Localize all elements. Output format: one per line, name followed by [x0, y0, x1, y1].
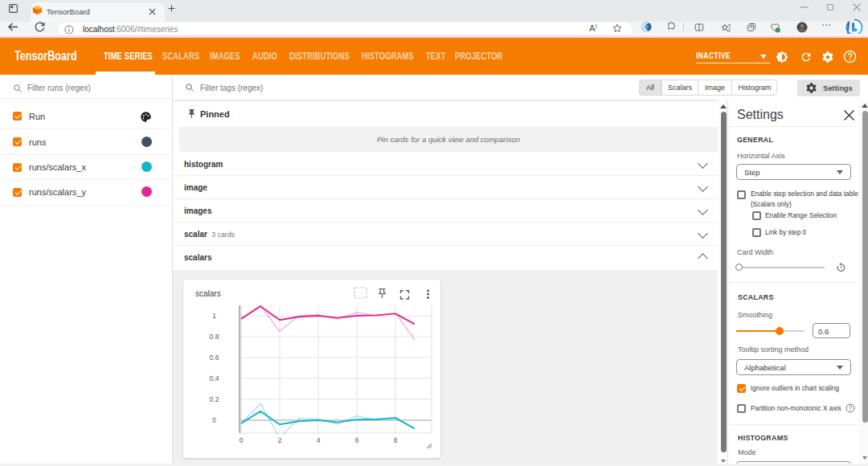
svg-text:0: 0: [212, 416, 216, 424]
svg-text:1: 1: [212, 312, 216, 320]
svg-text:4: 4: [317, 436, 321, 444]
svg-text:0: 0: [240, 436, 244, 444]
svg-text:scalars: scalars: [195, 289, 221, 298]
svg-text:0.4: 0.4: [210, 374, 219, 382]
svg-text:8: 8: [394, 436, 398, 444]
svg-text:0.2: 0.2: [210, 395, 219, 403]
svg-text:0.8: 0.8: [210, 333, 219, 341]
svg-text:2: 2: [278, 436, 282, 444]
svg-text:0.6: 0.6: [210, 354, 219, 362]
svg-text:6: 6: [355, 436, 359, 444]
